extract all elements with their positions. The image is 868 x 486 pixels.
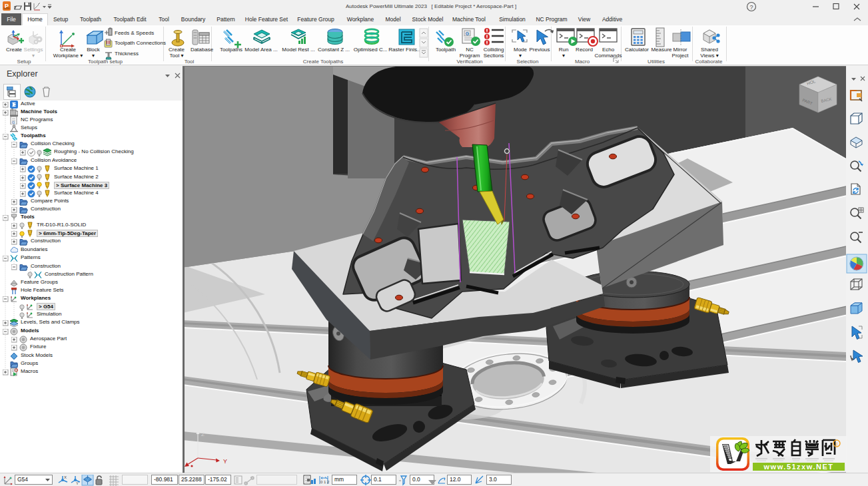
- svg-text:G: G: [466, 31, 470, 36]
- svg-text:?: ?: [749, 4, 753, 11]
- svg-text:Y: Y: [76, 481, 79, 485]
- svg-text:www.51zxw.NET: www.51zxw.NET: [763, 463, 834, 471]
- svg-text:X: X: [64, 475, 67, 479]
- svg-text:0 1 2: 0 1 2: [320, 480, 330, 484]
- svg-text:Y: Y: [223, 458, 227, 465]
- svg-text:c: c: [835, 441, 838, 446]
- svg-text:Z: Z: [201, 431, 205, 437]
- svg-text:P: P: [5, 3, 9, 9]
